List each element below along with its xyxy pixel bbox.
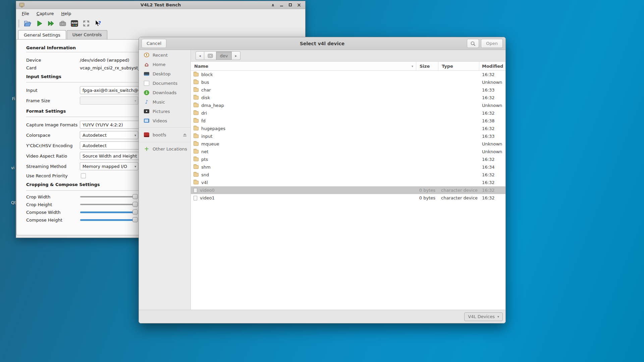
colorspace-combobox[interactable]: Autodetect▾ [80,131,138,139]
desktop-icon-label: vi [11,166,14,170]
capture-start-icon[interactable] [35,19,44,28]
snapshot-icon[interactable] [58,19,67,28]
tab-general-settings[interactable]: General Settings [18,30,66,40]
table-row-snd[interactable]: snd16:32 [191,171,505,179]
file-icon [194,188,197,193]
file-size [416,179,438,186]
back-button[interactable]: ◂ [196,51,204,60]
close-icon[interactable]: × [297,3,301,7]
eject-icon[interactable] [183,133,186,136]
file-type [438,109,479,117]
slider-handle[interactable] [132,209,138,215]
input-label: Input [26,88,38,93]
file-modified: 16:32 [479,179,505,186]
column-size[interactable]: Size [416,62,438,70]
table-row-bus[interactable]: busUnknown [191,78,505,86]
drive-button[interactable] [204,51,216,60]
table-row-shm[interactable]: shm16:34 [191,163,505,171]
column-name[interactable]: Name▾ [191,62,416,70]
search-button[interactable] [467,39,479,48]
sidebar-item-downloads[interactable]: ↓Downloads [139,88,191,97]
file-name: snd [201,172,209,177]
resize-icon[interactable] [82,19,91,28]
folder-icon [194,173,199,177]
compose-width-slider[interactable] [80,208,137,216]
dialog-headerbar[interactable]: Cancel Select v4l device Open [139,37,505,50]
file-name: net [201,149,208,154]
table-row-dri[interactable]: dri16:32 [191,109,505,117]
folder-icon [194,73,199,76]
sidebar-item-desktop[interactable]: Desktop [139,69,191,78]
sidebar-item-pictures[interactable]: Pictures [139,107,191,116]
slider-handle[interactable] [132,194,138,199]
slider-handle[interactable] [132,217,138,222]
desktop-icon-label: Qt [11,200,16,205]
table-row-net[interactable]: netUnknown [191,148,505,156]
maximize-icon[interactable] [288,3,292,7]
raw-buffer-icon[interactable]: RAW [70,19,79,28]
table-row-disk[interactable]: disk16:32 [191,94,505,102]
file-size: 0 bytes [416,186,438,194]
record-priority-label: Use Record Priority [26,173,68,178]
shade-icon[interactable]: ∧ [271,3,275,7]
sidebar-item-home[interactable]: ⌂Home [139,60,191,69]
file-type: character device [438,194,479,202]
sidebar-item-label: Downloads [153,90,176,95]
sidebar-item-other-locations[interactable]: +Other Locations [139,144,191,154]
table-row-pts[interactable]: pts16:32 [191,156,505,163]
menu-capture[interactable]: Capture [34,10,57,17]
forward-button[interactable]: ▸ [232,51,240,60]
streaming-method-combobox[interactable]: Memory mapped I/O▾ [80,162,138,170]
slider-handle[interactable] [132,202,138,207]
folder-icon [194,134,199,138]
dialog-footer: V4L Devices ▾ [139,310,505,323]
crop-width-slider[interactable] [80,193,137,201]
videos-icon [144,119,149,123]
table-row-char[interactable]: char16:33 [191,86,505,94]
table-row-dma_heap[interactable]: dma_heapUnknown [191,102,505,109]
table-row-fd[interactable]: fd16:38 [191,117,505,125]
file-size [416,94,438,102]
tab-user-controls[interactable]: User Controls [67,30,108,39]
column-modified[interactable]: Modified [479,62,506,70]
file-name: disk [201,95,210,100]
cancel-button[interactable]: Cancel [142,39,166,48]
folder-icon [194,104,199,107]
compose-height-slider[interactable] [80,216,137,224]
column-type[interactable]: Type [438,62,479,70]
file-size [416,140,438,148]
table-row-video0[interactable]: video00 bytescharacter device16:32 [191,186,505,194]
menu-help[interactable]: Help [58,10,74,17]
table-row-video1[interactable]: video10 bytescharacter device16:32 [191,194,505,202]
sidebar-item-recent[interactable]: Recent [139,50,191,60]
sidebar-item-videos[interactable]: Videos [139,116,191,125]
sidebar-item-music[interactable]: ♪Music [139,97,191,107]
menubar: FileCaptureHelp [16,9,305,18]
table-row-input[interactable]: input16:33 [191,132,505,140]
v4l2-titlebar[interactable]: V4L2 Test Bench ∧ × [16,1,305,9]
table-row-block[interactable]: block16:32 [191,71,505,78]
table-row-v4l[interactable]: v4l16:32 [191,179,505,186]
crop-height-slider[interactable] [80,200,137,208]
record-priority-checkbox[interactable] [81,173,86,178]
capture-frame-icon[interactable] [47,19,55,28]
filter-dropdown[interactable]: V4L Devices ▾ [464,312,503,321]
table-row-hugepages[interactable]: hugepages16:32 [191,125,505,132]
open-file-icon[interactable] [23,19,32,28]
column-name-label: Name [194,64,208,69]
minimize-icon[interactable] [279,3,284,7]
file-name: dri [201,111,207,116]
toolbar-grip[interactable] [18,20,19,27]
table-row-mqueue[interactable]: mqueueUnknown [191,140,505,148]
breadcrumb-dev[interactable]: dev [216,51,232,60]
sidebar-item-label: Videos [153,118,167,123]
menu-file[interactable]: File [19,10,32,17]
chevron-down-icon: ▾ [135,99,136,103]
file-size [416,86,438,94]
sidebar-item-documents[interactable]: Documents [139,78,191,88]
slider-label: Compose Height [26,218,62,223]
open-button[interactable]: Open [481,39,503,48]
sidebar-item-bootfs[interactable]: bootfs [139,130,191,140]
card-value: vcap_mipi_csi2_rx_subsyst_ [80,65,140,70]
context-help-icon[interactable]: ? [94,19,102,28]
